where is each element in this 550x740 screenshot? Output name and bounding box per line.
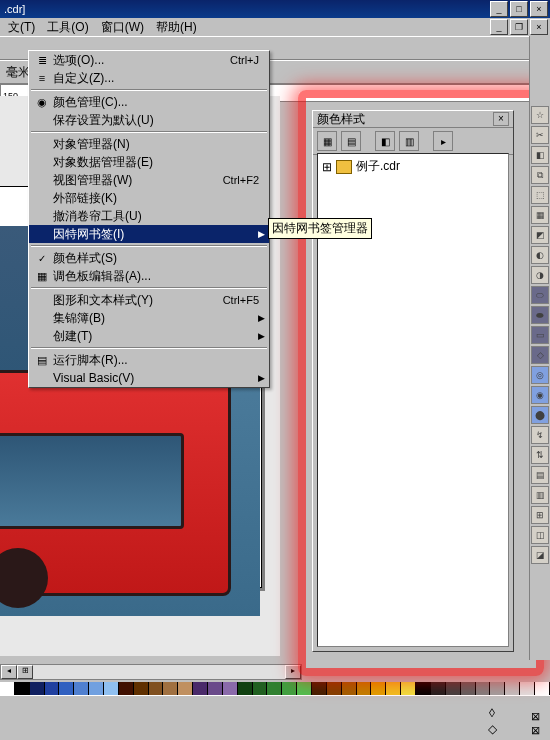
color-swatch[interactable] [45,682,60,696]
color-swatch[interactable] [342,682,357,696]
color-swatch[interactable] [208,682,223,696]
tool-button[interactable]: ▥ [531,486,549,504]
menu-item[interactable]: ≡自定义(Z)... [29,69,269,87]
tool-button[interactable]: ✂ [531,126,549,144]
tool-button[interactable]: ◪ [531,546,549,564]
tool-button[interactable]: ◐ [531,246,549,264]
tool-button[interactable]: ◎ [531,366,549,384]
menu-window[interactable]: 窗口(W) [95,18,150,37]
color-swatch[interactable] [416,682,431,696]
no-fill-icon[interactable]: ⊠ [524,710,546,722]
tool-button[interactable]: ⊞ [531,506,549,524]
color-swatch[interactable] [267,682,282,696]
color-swatch[interactable] [89,682,104,696]
scroll-track[interactable] [33,665,285,679]
color-swatch[interactable] [386,682,401,696]
color-swatch[interactable] [327,682,342,696]
color-swatch[interactable] [223,682,238,696]
menu-item[interactable]: 集锦簿(B)▶ [29,309,269,327]
scroll-right-button[interactable]: ▸ [285,665,301,679]
menu-item[interactable]: 视图管理器(W)Ctrl+F2 [29,171,269,189]
tool-button[interactable]: ⬬ [531,306,549,324]
color-swatch[interactable] [371,682,386,696]
menu-item[interactable]: 外部链接(K) [29,189,269,207]
tool-button[interactable]: ◫ [531,526,549,544]
menu-item[interactable]: 对象管理器(N) [29,135,269,153]
menu-tools[interactable]: 工具(O) [41,18,94,37]
maximize-button[interactable]: □ [510,1,528,17]
tool-button[interactable]: ◑ [531,266,549,284]
new-style-button[interactable]: ▦ [317,131,337,151]
mdi-minimize-button[interactable]: _ [490,19,508,35]
menu-item[interactable]: Visual Basic(V)▶ [29,369,269,387]
color-swatch[interactable] [505,682,520,696]
menu-item[interactable]: 因特网书签(I)▶ [29,225,269,243]
page-nav-button[interactable]: ⊞ [17,665,33,679]
color-swatch[interactable] [490,682,505,696]
menu-item[interactable]: ▤运行脚本(R)... [29,351,269,369]
menu-item[interactable]: 对象数据管理器(E) [29,153,269,171]
tool-button[interactable]: ▤ [531,466,549,484]
color-swatch[interactable] [461,682,476,696]
color-swatch[interactable] [149,682,164,696]
menu-item[interactable]: 创建(T)▶ [29,327,269,345]
scrollbar-horizontal[interactable]: ◂ ⊞ ▸ [0,664,302,680]
tool-button[interactable]: ▦ [531,206,549,224]
color-swatch[interactable] [30,682,45,696]
color-swatch[interactable] [401,682,416,696]
tool-button[interactable]: ↯ [531,426,549,444]
close-button[interactable]: × [530,1,548,17]
scroll-left-button[interactable]: ◂ [1,665,17,679]
color-swatch[interactable] [253,682,268,696]
edit-button[interactable]: ◧ [375,131,395,151]
color-swatch[interactable] [59,682,74,696]
tool-button[interactable]: ◇ [531,346,549,364]
menu-text[interactable]: 文(T) [2,18,41,37]
tool-button[interactable]: ⬭ [531,286,549,304]
menu-item[interactable]: 撤消卷帘工具(U) [29,207,269,225]
options-button[interactable]: ▸ [433,131,453,151]
color-swatch[interactable] [535,682,550,696]
color-swatch[interactable] [134,682,149,696]
docker-close-button[interactable]: × [493,112,509,126]
mdi-restore-button[interactable]: ❐ [510,19,528,35]
tool-button[interactable]: ◧ [531,146,549,164]
tool-button[interactable]: ▭ [531,326,549,344]
menu-item[interactable]: ▦调色板编辑器(A)... [29,267,269,285]
tree-item[interactable]: ⊞ 例子.cdr [322,158,504,175]
tool-button[interactable]: ⇅ [531,446,549,464]
mdi-close-button[interactable]: × [530,19,548,35]
palette-button[interactable]: ▥ [399,131,419,151]
color-swatch[interactable] [431,682,446,696]
new-child-button[interactable]: ▤ [341,131,361,151]
menu-item[interactable]: ≣选项(O)...Ctrl+J [29,51,269,69]
menu-item[interactable]: 图形和文本样式(Y)Ctrl+F5 [29,291,269,309]
color-swatch[interactable] [357,682,372,696]
menu-item[interactable]: ◉颜色管理(C)... [29,93,269,111]
tool-button[interactable]: ⬤ [531,406,549,424]
no-outline-icon[interactable]: ⊠ [524,724,546,736]
color-swatch[interactable] [312,682,327,696]
color-swatch[interactable] [446,682,461,696]
menu-help[interactable]: 帮助(H) [150,18,203,37]
color-swatch[interactable] [15,682,30,696]
color-swatch[interactable] [297,682,312,696]
tool-button[interactable]: ◉ [531,386,549,404]
color-swatch[interactable] [163,682,178,696]
color-swatch[interactable] [74,682,89,696]
tool-button[interactable]: ◩ [531,226,549,244]
color-swatch[interactable] [193,682,208,696]
color-swatch[interactable] [119,682,134,696]
expand-icon[interactable]: ⊞ [322,160,332,174]
menu-item[interactable]: 保存设置为默认(U) [29,111,269,129]
color-swatch[interactable] [520,682,535,696]
tool-button[interactable]: ☆ [531,106,549,124]
color-swatch[interactable] [0,682,15,696]
tool-button[interactable]: ⧉ [531,166,549,184]
color-swatch[interactable] [104,682,119,696]
color-swatch[interactable] [178,682,193,696]
tool-button[interactable]: ⬚ [531,186,549,204]
menu-item[interactable]: 颜色样式(S) [29,249,269,267]
color-swatch[interactable] [476,682,491,696]
color-swatch[interactable] [238,682,253,696]
